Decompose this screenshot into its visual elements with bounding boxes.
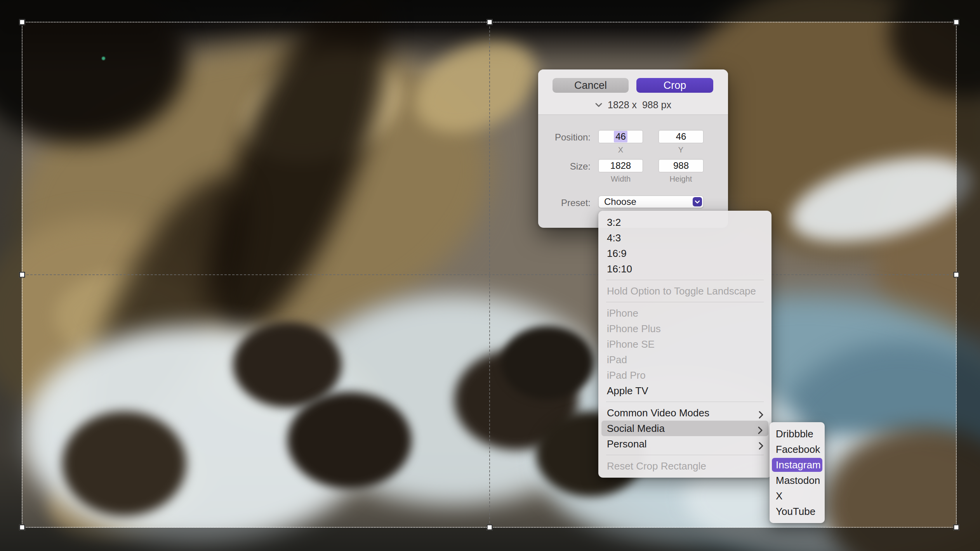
crop-center-guide-horizontal bbox=[23, 274, 957, 275]
menu-item-personal[interactable]: Personal bbox=[598, 436, 771, 452]
crop-handle-bottom-left[interactable] bbox=[19, 525, 25, 530]
menu-item-label: 3:2 bbox=[607, 217, 621, 228]
size-height-axis-label: Height bbox=[659, 175, 703, 184]
crop-dimensions-text: 1828 x 988 px bbox=[608, 99, 671, 111]
menu-item-label: iPad bbox=[607, 354, 627, 366]
submenu-item-label: X bbox=[776, 490, 782, 502]
menu-item-label: iPhone Plus bbox=[607, 323, 661, 334]
preset-label: Preset: bbox=[538, 198, 591, 208]
preset-menu: 3:2 4:3 16:9 16:10 Hold Option to Toggle… bbox=[598, 211, 771, 478]
crop-button[interactable]: Crop bbox=[636, 78, 713, 93]
menu-separator bbox=[606, 280, 764, 280]
position-x-value: 46 bbox=[614, 131, 627, 142]
crop-handle-top-center[interactable] bbox=[487, 19, 493, 25]
menu-item-iphone-plus: iPhone Plus bbox=[598, 321, 771, 336]
submenu-item-youtube[interactable]: YouTube bbox=[770, 504, 825, 519]
crop-handle-middle-left[interactable] bbox=[19, 272, 25, 278]
preset-dropdown[interactable]: Choose bbox=[598, 196, 704, 208]
menu-item-label: iPhone bbox=[607, 307, 638, 319]
chevron-down-icon[interactable] bbox=[693, 197, 702, 206]
preset-dropdown-value: Choose bbox=[604, 196, 636, 208]
menu-item-label: 4:3 bbox=[607, 232, 621, 244]
crop-tool-screen: Cancel Crop 1828 x 988 px Position: 46 4… bbox=[0, 0, 980, 551]
menu-item-label: 16:10 bbox=[607, 263, 632, 275]
submenu-item-mastodon[interactable]: Mastodon bbox=[770, 473, 825, 488]
menu-item-label: Personal bbox=[607, 438, 647, 450]
size-label: Size: bbox=[538, 161, 591, 172]
menu-item-hold-option-hint: Hold Option to Toggle Landscape bbox=[598, 283, 771, 299]
crop-handle-top-left[interactable] bbox=[19, 19, 25, 25]
menu-item-3-2[interactable]: 3:2 bbox=[598, 215, 771, 230]
menu-item-label: Common Video Modes bbox=[607, 407, 709, 419]
social-media-submenu: Dribbble Facebook Instagram Mastodon X Y… bbox=[770, 422, 825, 523]
menu-separator bbox=[606, 302, 764, 302]
size-width-axis-label: Width bbox=[598, 175, 643, 184]
menu-item-label: Apple TV bbox=[607, 385, 648, 397]
crop-handle-middle-right[interactable] bbox=[954, 272, 959, 278]
menu-separator bbox=[606, 455, 764, 455]
submenu-item-label: Mastodon bbox=[776, 475, 820, 486]
menu-separator bbox=[606, 402, 764, 402]
submenu-item-label: Facebook bbox=[776, 444, 820, 455]
crop-handle-top-right[interactable] bbox=[954, 19, 959, 25]
menu-item-apple-tv[interactable]: Apple TV bbox=[598, 383, 771, 399]
position-y-input[interactable]: 46 bbox=[659, 130, 704, 143]
menu-item-iphone: iPhone bbox=[598, 305, 771, 321]
submenu-item-dribbble[interactable]: Dribbble bbox=[770, 426, 825, 442]
submenu-item-facebook[interactable]: Facebook bbox=[770, 442, 825, 457]
menu-item-label: iPhone SE bbox=[607, 338, 655, 350]
chevron-right-icon bbox=[758, 439, 764, 455]
menu-item-ipad-pro: iPad Pro bbox=[598, 367, 771, 383]
menu-item-social-media[interactable]: Social Media bbox=[601, 421, 768, 436]
menu-item-4-3[interactable]: 4:3 bbox=[598, 230, 771, 246]
submenu-item-label: Instagram bbox=[776, 459, 821, 471]
menu-item-label: Reset Crop Rectangle bbox=[607, 460, 706, 472]
menu-item-iphone-se: iPhone SE bbox=[598, 336, 771, 352]
submenu-item-instagram[interactable]: Instagram bbox=[772, 458, 822, 472]
crop-dim-overlay-bottom bbox=[0, 528, 980, 551]
position-x-input[interactable]: 46 bbox=[598, 130, 643, 143]
crop-handle-bottom-right[interactable] bbox=[954, 525, 959, 530]
crop-dim-overlay-top bbox=[0, 0, 980, 22]
submenu-item-x[interactable]: X bbox=[770, 488, 825, 504]
position-y-value: 46 bbox=[676, 131, 686, 142]
menu-item-16-9[interactable]: 16:9 bbox=[598, 246, 771, 261]
crop-button-label: Crop bbox=[664, 80, 686, 92]
crop-dim-overlay-right bbox=[957, 22, 980, 528]
menu-item-ipad: iPad bbox=[598, 352, 771, 367]
crop-panel: Cancel Crop 1828 x 988 px Position: 46 4… bbox=[538, 69, 728, 228]
submenu-item-label: YouTube bbox=[776, 506, 815, 517]
crop-dimensions-row[interactable]: 1828 x 988 px bbox=[538, 99, 728, 111]
cancel-button[interactable]: Cancel bbox=[553, 78, 629, 93]
size-width-input[interactable]: 1828 bbox=[598, 159, 643, 172]
menu-item-label: Social Media bbox=[607, 423, 665, 434]
menu-item-16-10[interactable]: 16:10 bbox=[598, 261, 771, 277]
crop-dim-overlay-left bbox=[0, 22, 22, 528]
menu-item-label: iPad Pro bbox=[607, 369, 646, 381]
cancel-button-label: Cancel bbox=[574, 80, 607, 92]
menu-item-label: Hold Option to Toggle Landscape bbox=[607, 285, 756, 297]
position-x-axis-label: X bbox=[598, 146, 643, 154]
menu-item-common-video-modes[interactable]: Common Video Modes bbox=[598, 405, 771, 421]
size-height-value: 988 bbox=[673, 160, 689, 171]
menu-item-reset-crop-rectangle: Reset Crop Rectangle bbox=[598, 458, 771, 474]
menu-item-label: 16:9 bbox=[607, 248, 627, 259]
chevron-down-icon bbox=[595, 102, 603, 107]
submenu-item-label: Dribbble bbox=[776, 428, 813, 440]
position-y-axis-label: Y bbox=[659, 146, 703, 154]
crop-handle-bottom-center[interactable] bbox=[487, 525, 493, 530]
size-height-input[interactable]: 988 bbox=[659, 159, 704, 172]
position-label: Position: bbox=[538, 132, 591, 143]
size-width-value: 1828 bbox=[610, 160, 631, 171]
